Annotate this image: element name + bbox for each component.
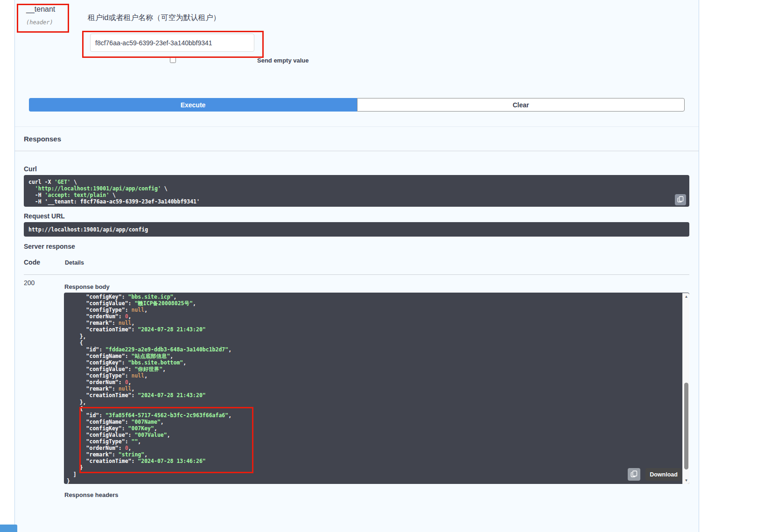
response-body-label: Response body <box>64 283 110 290</box>
server-response-label: Server response <box>24 243 75 250</box>
curl-label: Curl <box>24 165 37 173</box>
scrollbar-thumb[interactable] <box>684 383 688 469</box>
responses-header-divider <box>15 151 699 151</box>
clipboard-icon <box>677 196 684 204</box>
annotation-box-parameter-name <box>17 4 69 33</box>
download-button[interactable]: Download <box>645 468 682 481</box>
send-empty-value-label: Send empty value <box>257 57 309 64</box>
response-table-divider <box>24 274 689 275</box>
annotation-box-response-object <box>79 407 253 473</box>
response-copy-button[interactable] <box>628 468 640 481</box>
clipboard-icon <box>631 470 638 479</box>
response-body-scrollbar[interactable]: ▲ ▼ <box>682 293 689 484</box>
responses-top-divider <box>15 126 699 127</box>
curl-copy-button[interactable] <box>675 194 686 205</box>
scrollbar-up-icon[interactable]: ▲ <box>683 294 690 300</box>
code-column-header: Code <box>24 259 40 266</box>
status-code: 200 <box>24 279 35 287</box>
scrollbar-down-icon[interactable]: ▼ <box>683 477 690 483</box>
next-opblock-fragment <box>0 525 17 532</box>
curl-command: curl -X 'GET' \ 'http://localhost:19001/… <box>24 175 689 207</box>
swagger-page: __tenant (header) 租户id或者租户名称（可空为默认租户） Se… <box>0 0 778 532</box>
execute-button[interactable]: Execute <box>29 98 357 112</box>
response-headers-label: Response headers <box>64 491 119 498</box>
parameter-description: 租户id或者租户名称（可空为默认租户） <box>88 13 220 23</box>
request-url-label: Request URL <box>24 212 65 220</box>
details-column-header: Details <box>65 259 84 266</box>
request-url-value: http://localhost:19001/api/app/config <box>24 222 689 237</box>
clear-button[interactable]: Clear <box>357 98 685 112</box>
responses-section-title: Responses <box>24 135 61 143</box>
annotation-box-input <box>82 31 264 58</box>
